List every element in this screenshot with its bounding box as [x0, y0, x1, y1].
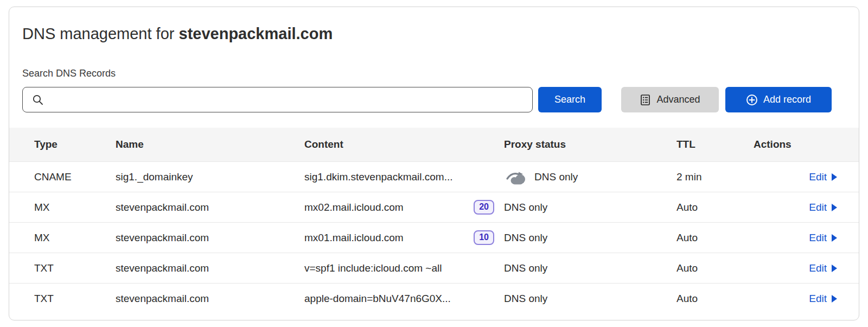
record-type: TXT: [34, 293, 116, 305]
edit-arrow-icon: [832, 204, 837, 211]
edit-link-label: Edit: [809, 232, 827, 244]
search-controls: Search Advanced Add record: [22, 87, 846, 112]
record-ttl: 2 min: [676, 171, 754, 183]
record-ttl: Auto: [676, 232, 754, 244]
edit-link[interactable]: Edit: [809, 293, 837, 305]
edit-arrow-icon: [832, 234, 837, 242]
plus-circle-icon: [746, 94, 758, 106]
edit-link-label: Edit: [809, 202, 827, 213]
table-body: CNAME sig1._domainkey sig1.dkim.stevenpa…: [9, 161, 859, 313]
record-ttl: Auto: [676, 262, 754, 274]
proxy-status-text: DNS only: [504, 262, 547, 274]
table-row-txt-spf: TXT stevenpackmail.com v=spf1 include:ic…: [9, 253, 859, 283]
proxy-status-text: DNS only: [534, 171, 578, 183]
priority-badge: 10: [474, 230, 494, 245]
page-title-domain: stevenpackmail.com: [179, 25, 333, 42]
edit-arrow-icon: [832, 265, 837, 272]
edit-link[interactable]: Edit: [809, 202, 837, 213]
proxy-status-text: DNS only: [504, 293, 547, 305]
advanced-button[interactable]: Advanced: [621, 87, 719, 112]
dns-management-card: DNS management for stevenpackmail.com Se…: [9, 7, 859, 320]
search-icon: [32, 94, 44, 106]
edit-link[interactable]: Edit: [809, 262, 837, 274]
list-document-icon: [640, 94, 651, 106]
search-label: Search DNS Records: [22, 68, 846, 79]
header-ttl: TTL: [676, 139, 754, 150]
page-title: DNS management for stevenpackmail.com: [22, 24, 846, 43]
edit-link-label: Edit: [809, 293, 827, 305]
record-ttl: Auto: [676, 293, 754, 305]
table-row-mx-20: MX stevenpackmail.com mx02.mail.icloud.c…: [9, 192, 859, 222]
proxy-status-text: DNS only: [504, 232, 547, 244]
record-content: v=spf1 include:icloud.com ~all: [304, 262, 442, 274]
record-content: sig1.dkim.stevenpackmail.com...: [304, 171, 453, 183]
record-ttl: Auto: [676, 202, 754, 213]
record-name: stevenpackmail.com: [116, 202, 304, 213]
record-name: stevenpackmail.com: [116, 262, 304, 274]
edit-arrow-icon: [832, 173, 837, 181]
header-actions: Actions: [754, 139, 837, 150]
record-type: TXT: [34, 262, 116, 274]
table-header-row: Type Name Content Proxy status TTL Actio…: [9, 128, 859, 161]
search-button[interactable]: Search: [538, 87, 602, 112]
advanced-button-label: Advanced: [656, 94, 700, 105]
record-content: mx02.mail.icloud.com: [304, 202, 404, 213]
edit-link-label: Edit: [809, 262, 827, 274]
record-type: MX: [34, 232, 116, 244]
header-content: Content: [304, 139, 504, 150]
edit-link[interactable]: Edit: [809, 232, 837, 244]
table-row-mx-10: MX stevenpackmail.com mx01.mail.icloud.c…: [9, 222, 859, 253]
search-input[interactable]: [23, 87, 532, 112]
record-name: stevenpackmail.com: [116, 293, 304, 305]
table-row-txt-apple: TXT stevenpackmail.com apple-domain=bNuV…: [9, 283, 859, 313]
edit-link-label: Edit: [809, 171, 827, 183]
record-name: sig1._domainkey: [116, 171, 304, 183]
page-title-prefix: DNS management for: [22, 25, 179, 42]
priority-badge: 20: [474, 200, 494, 215]
header-name: Name: [116, 139, 304, 150]
proxy-status-text: DNS only: [504, 202, 547, 213]
add-record-button[interactable]: Add record: [725, 87, 832, 112]
edit-arrow-icon: [832, 295, 837, 303]
dns-only-cloud-icon: [504, 169, 528, 185]
table-row-cname: CNAME sig1._domainkey sig1.dkim.stevenpa…: [9, 161, 859, 192]
header-type: Type: [34, 139, 116, 150]
record-type: CNAME: [34, 171, 116, 183]
dns-records-table: Type Name Content Proxy status TTL Actio…: [9, 128, 859, 313]
search-button-label: Search: [554, 94, 585, 105]
search-input-wrapper: [22, 87, 533, 112]
record-content: apple-domain=bNuV47n6G0X...: [304, 293, 451, 305]
record-content: mx01.mail.icloud.com: [304, 232, 404, 244]
record-type: MX: [34, 202, 116, 213]
header-proxy-status: Proxy status: [504, 139, 676, 150]
edit-link[interactable]: Edit: [809, 171, 837, 183]
record-name: stevenpackmail.com: [116, 232, 304, 244]
add-record-button-label: Add record: [763, 94, 811, 105]
